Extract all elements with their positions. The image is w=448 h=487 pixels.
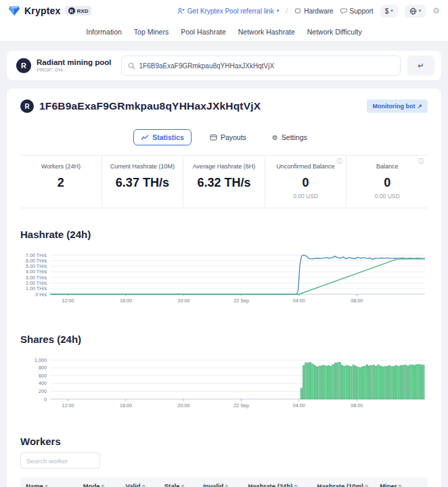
external-link-icon: ↗ — [417, 103, 422, 110]
stats-strip: Workers (24H) 2 Current Hashrate (10M) 6… — [20, 155, 428, 208]
svg-text:0: 0 — [44, 396, 47, 402]
stat-unconfirmed-balance: ⓘ Unconfirmed Balance 0 0.00 USD — [265, 156, 346, 208]
radiant-coin-icon: R — [20, 99, 34, 113]
svg-text:16:00: 16:00 — [120, 298, 132, 304]
line-chart-icon — [141, 135, 149, 141]
column-header-name[interactable]: Name⇅ — [20, 478, 78, 487]
column-header-hashrate-10m[interactable]: Hashrate (10m)⇅ — [312, 478, 375, 487]
workers-table: Name⇅ Mode⇅ Valid⇅ Stale⇅ Invalid⇅ Hashr… — [20, 478, 428, 487]
hashrate-section-title: Hashrate (24h) — [20, 229, 428, 240]
column-header-valid[interactable]: Valid⇅ — [120, 478, 158, 487]
info-icon[interactable]: ⓘ — [418, 158, 424, 165]
nav-item-top-miners[interactable]: Top Miners — [134, 28, 169, 36]
stat-workers: Workers (24H) 2 — [20, 156, 102, 208]
tab-settings[interactable]: ⚙ Settings — [265, 129, 315, 145]
kryptex-gem-icon — [8, 5, 20, 16]
search-submit-button[interactable]: ↵ — [407, 55, 434, 76]
pool-navigation: Information Top Miners Pool Hashrate Net… — [0, 22, 448, 42]
svg-text:800: 800 — [39, 365, 47, 371]
header-divider: / — [286, 7, 288, 15]
stat-average-hashrate: Average Hashrate (6H) 6.32 TH/s — [183, 156, 265, 208]
radiant-coin-icon: R — [68, 7, 75, 14]
top-header: Kryptex R RXD Get Kryptex Pool referral … — [0, 0, 448, 22]
svg-text:22 Sep: 22 Sep — [233, 402, 249, 409]
support-link[interactable]: Support — [340, 7, 374, 15]
pool-selector[interactable]: R Radiant mining pool PROP: 0% — [14, 58, 114, 73]
search-icon — [128, 62, 135, 70]
column-header-hashrate-24h[interactable]: Hashrate (24h)⇅ — [242, 478, 311, 487]
svg-text:12:00: 12:00 — [62, 402, 74, 409]
svg-text:600: 600 — [39, 373, 47, 379]
shares-chart: 1,000800600400200012:0016:0020:0022 Sep0… — [20, 352, 428, 414]
svg-text:20:00: 20:00 — [177, 402, 189, 409]
globe-icon — [409, 7, 417, 15]
nav-item-network-difficulty[interactable]: Network Difficulty — [307, 28, 362, 36]
pool-name: Radiant mining pool — [37, 58, 112, 66]
svg-text:04:00: 04:00 — [293, 298, 305, 304]
chevron-down-icon: ▾ — [419, 8, 422, 14]
sort-icon: ⇅ — [365, 484, 369, 487]
stat-balance: ⓘ Balance 0 0.00 USD — [346, 156, 428, 208]
calendar-icon — [210, 134, 217, 141]
person-plus-icon — [177, 7, 185, 14]
chat-bubble-icon — [340, 7, 347, 14]
coin-badge[interactable]: R RXD — [65, 6, 92, 16]
brand-logo[interactable]: Kryptex R RXD — [8, 5, 91, 16]
info-icon[interactable]: ⓘ — [336, 158, 342, 165]
sort-icon: ⇅ — [399, 484, 403, 487]
currency-selector[interactable]: $ ▾ — [380, 5, 398, 18]
svg-text:08:00: 08:00 — [351, 298, 363, 304]
stat-current-hashrate: Current Hashrate (10M) 6.37 TH/s — [102, 156, 183, 208]
chevron-down-icon: ▾ — [390, 8, 393, 14]
svg-text:400: 400 — [39, 380, 47, 386]
svg-text:1,000: 1,000 — [35, 357, 47, 363]
brand-name: Kryptex — [24, 5, 61, 16]
svg-text:04:00: 04:00 — [293, 402, 305, 409]
sort-icon: ⇅ — [294, 484, 298, 487]
hardware-icon — [294, 7, 301, 14]
svg-text:0 H/s: 0 H/s — [35, 292, 47, 298]
settings-gear-icon[interactable]: ⚙ — [432, 6, 440, 16]
worker-search-input[interactable] — [20, 453, 100, 469]
nav-item-network-hashrate[interactable]: Network Hashrate — [238, 28, 295, 36]
sort-icon: ⇅ — [142, 484, 146, 487]
monitoring-bot-button[interactable]: Monitoring bot ↗ — [367, 99, 428, 113]
radiant-coin-icon: R — [16, 58, 31, 73]
svg-text:12:00: 12:00 — [62, 298, 74, 304]
wallet-search-input[interactable] — [139, 62, 394, 70]
column-header-mode[interactable]: Mode⇅ — [78, 478, 120, 487]
svg-text:20:00: 20:00 — [177, 298, 189, 304]
language-selector[interactable]: ▾ — [405, 5, 426, 18]
pool-mode: PROP: 0% — [37, 67, 112, 73]
hashrate-chart: 7.00 TH/s6.00 TH/s5.00 TH/s4.00 TH/s3.00… — [20, 247, 428, 309]
nav-item-information[interactable]: Information — [86, 28, 122, 36]
column-header-miner[interactable]: Miner⇅ — [374, 478, 428, 487]
svg-text:16:00: 16:00 — [120, 402, 132, 409]
wallet-search-box[interactable] — [121, 55, 401, 76]
wallet-address: 1F6B9aExaF9GRmkpau8qYHHaxJXkHqtVjX — [39, 100, 261, 112]
sort-icon: ⇅ — [225, 484, 229, 487]
nav-item-pool-hashrate[interactable]: Pool Hashrate — [181, 28, 226, 36]
shares-section-title: Shares (24h) — [20, 333, 428, 345]
column-header-stale[interactable]: Stale⇅ — [159, 478, 198, 487]
svg-text:22 Sep: 22 Sep — [233, 298, 249, 304]
sort-icon: ⇅ — [181, 484, 185, 487]
sort-icon: ⇅ — [45, 484, 49, 487]
wallet-dashboard-card: R 1F6B9aExaF9GRmkpau8qYHHaxJXkHqtVjX Mon… — [7, 89, 441, 487]
pool-selector-card: R Radiant mining pool PROP: 0% ↵ — [7, 51, 441, 80]
wallet-tabs: Statistics Payouts ⚙ Settings — [20, 129, 428, 145]
svg-text:200: 200 — [39, 388, 47, 394]
column-header-invalid[interactable]: Invalid⇅ — [198, 478, 242, 487]
sort-icon: ⇅ — [102, 484, 106, 487]
tab-statistics[interactable]: Statistics — [133, 129, 192, 145]
referral-link[interactable]: Get Kryptex Pool referral link ▾ — [177, 7, 279, 15]
svg-text:08:00: 08:00 — [351, 402, 363, 409]
gear-icon: ⚙ — [272, 134, 278, 141]
tab-payouts[interactable]: Payouts — [202, 129, 254, 145]
workers-table-header: Name⇅ Mode⇅ Valid⇅ Stale⇅ Invalid⇅ Hashr… — [20, 478, 428, 487]
hardware-link[interactable]: Hardware — [294, 7, 333, 15]
chevron-down-icon: ▾ — [277, 8, 279, 14]
workers-section-title: Workers — [20, 436, 428, 447]
